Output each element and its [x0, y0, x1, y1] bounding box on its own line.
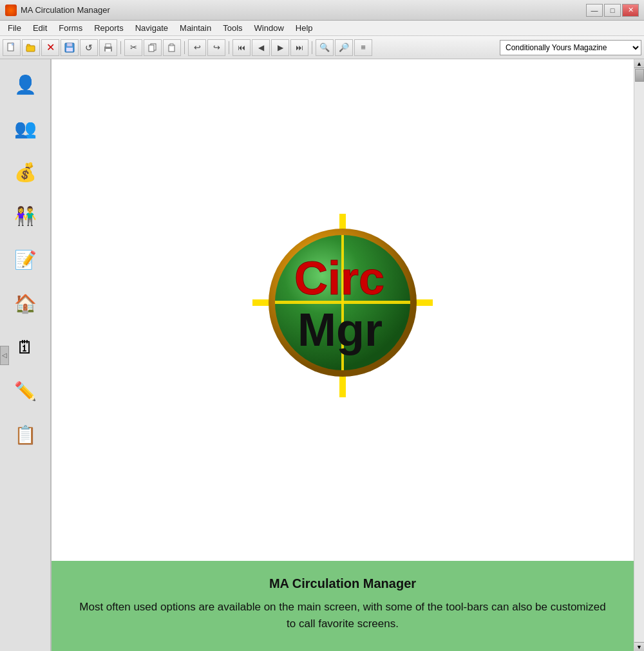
sidebar-item-grid[interactable]: 📋 — [6, 416, 44, 455]
last-button[interactable]: ⏭ — [290, 39, 308, 56]
menu-maintain[interactable]: Maintain — [175, 21, 216, 35]
separator-3 — [229, 41, 229, 54]
content-wrapper: Circ Mgr — [52, 59, 634, 651]
close-button[interactable]: ✕ — [622, 4, 639, 17]
svg-rect-11 — [170, 44, 173, 46]
menu-bar: File Edit Forms Reports Navigate Maintai… — [0, 21, 644, 36]
sidebar-item-reports[interactable]: 🏠 — [6, 285, 44, 323]
info-panel-text: Most often used options are available on… — [77, 599, 608, 632]
scroll-thumb[interactable] — [635, 69, 644, 82]
edit-icon: ✏️ — [14, 382, 37, 401]
undo-button[interactable]: ↩ — [188, 39, 206, 56]
svg-rect-6 — [106, 44, 111, 47]
sidebar-item-groups[interactable]: 👥 — [6, 109, 44, 148]
list-button[interactable]: ≡ — [354, 39, 372, 56]
sidebar: ◁ 👤 👥 💰 👫 📝 🏠 🗓 ✏️ 📋 — [0, 59, 52, 651]
title-bar: MA Circulation Manager — □ ✕ — [0, 0, 644, 21]
copy-button[interactable] — [144, 39, 162, 56]
svg-text:Circ: Circ — [294, 252, 384, 304]
open-button[interactable] — [22, 39, 40, 56]
svg-rect-7 — [106, 49, 111, 52]
circ-mgr-logo: Circ Mgr — [246, 207, 439, 413]
separator-1 — [120, 41, 121, 54]
delete-button[interactable]: ✕ — [41, 39, 59, 56]
toolbar: ✕ ↺ ✂ ↩ ↪ ⏮ ◀ ▶ ⏭ 🔍 🔎 ≡ Conditionally Yo… — [0, 36, 644, 59]
publication-dropdown[interactable]: Conditionally Yours Magazine — [500, 40, 641, 55]
title-bar-left: MA Circulation Manager — [5, 5, 110, 16]
main-container: ◁ 👤 👥 💰 👫 📝 🏠 🗓 ✏️ 📋 — [0, 59, 644, 651]
scroll-track[interactable] — [634, 68, 644, 642]
publication-dropdown-container[interactable]: Conditionally Yours Magazine — [500, 40, 641, 55]
menu-file[interactable]: File — [3, 21, 26, 35]
redo-button[interactable]: ↪ — [207, 39, 225, 56]
vertical-scrollbar[interactable]: ▲ ▼ — [634, 59, 644, 651]
grid-icon: 📋 — [14, 426, 37, 444]
subscribers-icon: 👤 — [14, 76, 37, 94]
menu-window[interactable]: Window — [249, 21, 289, 35]
menu-edit[interactable]: Edit — [28, 21, 52, 35]
prev-button[interactable]: ◀ — [252, 39, 270, 56]
maximize-button[interactable]: □ — [604, 4, 621, 17]
minimize-button[interactable]: — — [586, 4, 603, 17]
print-button[interactable] — [99, 39, 117, 56]
white-panel: Circ Mgr — [52, 59, 634, 561]
separator-2 — [184, 41, 185, 54]
app-icon — [5, 5, 17, 16]
separator-4 — [312, 41, 312, 54]
title-bar-text: MA Circulation Manager — [21, 5, 110, 15]
agents-icon: 👫 — [14, 207, 37, 225]
sidebar-item-agents[interactable]: 👫 — [6, 197, 44, 236]
save-button[interactable] — [61, 39, 79, 56]
svg-text:Mgr: Mgr — [298, 304, 383, 355]
title-bar-controls[interactable]: — □ ✕ — [586, 4, 639, 17]
paste-button[interactable] — [163, 39, 181, 56]
calendar-icon: 🗓 — [16, 339, 34, 357]
reports-icon: 🏠 — [14, 295, 37, 313]
sidebar-collapse-button[interactable]: ◁ — [0, 346, 9, 365]
groups-icon: 👥 — [14, 120, 37, 138]
menu-tools[interactable]: Tools — [218, 21, 247, 35]
search-button-2[interactable]: 🔎 — [335, 39, 353, 56]
notes-icon: 📝 — [14, 251, 37, 269]
finance-icon: 💰 — [14, 164, 37, 182]
menu-reports[interactable]: Reports — [89, 21, 129, 35]
cut-button[interactable]: ✂ — [124, 39, 142, 56]
menu-navigate[interactable]: Navigate — [130, 21, 173, 35]
sidebar-item-edit[interactable]: ✏️ — [6, 372, 44, 411]
sidebar-item-finance[interactable]: 💰 — [6, 153, 44, 192]
svg-rect-9 — [149, 45, 154, 52]
svg-rect-1 — [26, 46, 35, 52]
logo-container: Circ Mgr — [220, 182, 465, 439]
scroll-up-button[interactable]: ▲ — [634, 59, 644, 68]
svg-rect-3 — [67, 43, 72, 46]
sidebar-item-notes[interactable]: 📝 — [6, 241, 44, 279]
info-panel: MA Circulation Manager Most often used o… — [52, 561, 634, 651]
sidebar-item-subscribers[interactable]: 👤 — [6, 66, 44, 104]
menu-help[interactable]: Help — [290, 21, 318, 35]
svg-rect-4 — [66, 48, 73, 52]
menu-forms[interactable]: Forms — [53, 21, 88, 35]
sidebar-item-calendar[interactable]: 🗓 — [6, 328, 44, 367]
first-button[interactable]: ⏮ — [232, 39, 251, 56]
refresh-button[interactable]: ↺ — [80, 39, 98, 56]
scroll-down-button[interactable]: ▼ — [634, 642, 644, 651]
new-button[interactable] — [3, 39, 21, 56]
next-button[interactable]: ▶ — [271, 39, 289, 56]
search-button-1[interactable]: 🔍 — [316, 39, 334, 56]
info-panel-title: MA Circulation Manager — [77, 576, 608, 591]
